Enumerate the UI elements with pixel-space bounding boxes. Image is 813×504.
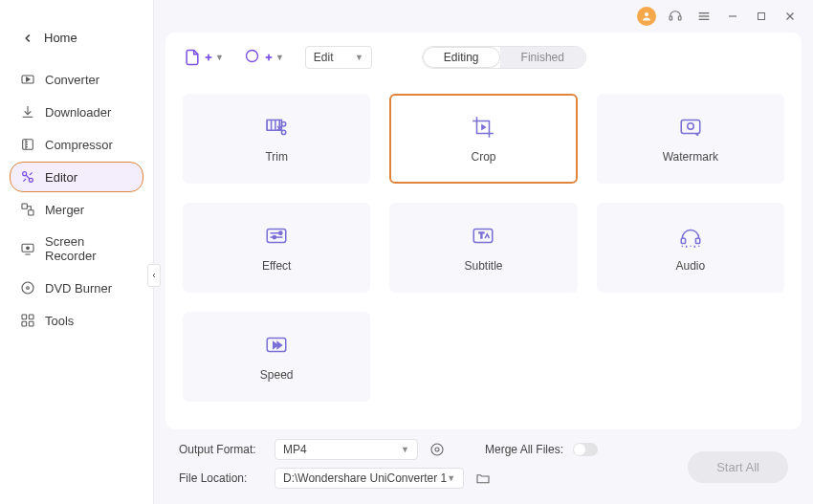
sidebar-item-label: Downloader	[45, 105, 111, 120]
mode-dropdown[interactable]: Edit ▼	[305, 46, 372, 69]
user-avatar-icon[interactable]	[637, 7, 656, 26]
svg-rect-14	[29, 321, 33, 326]
editor-panel: ▼ ▼ Edit ▼ Editing Finished	[165, 33, 802, 429]
svg-marker-52	[277, 342, 281, 349]
editing-finished-toggle: Editing Finished	[422, 46, 586, 69]
tile-audio[interactable]: Audio	[597, 203, 784, 293]
svg-marker-33	[482, 125, 485, 129]
merge-files-toggle[interactable]	[573, 443, 598, 456]
tools-icon	[20, 313, 35, 328]
home-label: Home	[44, 31, 77, 45]
svg-rect-34	[681, 120, 700, 133]
window-titlebar	[154, 0, 813, 27]
sidebar-item-editor[interactable]: Editor	[10, 162, 143, 192]
sidebar-item-screen-recorder[interactable]: Screen Recorder	[10, 227, 143, 271]
converter-icon	[20, 72, 35, 87]
svg-point-8	[27, 247, 30, 250]
add-folder-button[interactable]: ▼	[245, 49, 284, 66]
sidebar-item-label: Screen Recorder	[45, 234, 133, 263]
tile-label: Effect	[262, 259, 291, 273]
dvd-icon	[20, 280, 35, 296]
segment-editing[interactable]: Editing	[423, 47, 500, 68]
sidebar-item-compressor[interactable]: Compressor	[10, 129, 143, 160]
start-all-button[interactable]: Start All	[688, 451, 788, 483]
svg-rect-36	[267, 229, 286, 242]
home-nav[interactable]: Home	[0, 25, 153, 64]
svg-point-15	[645, 12, 648, 16]
svg-rect-44	[695, 238, 699, 243]
sidebar-item-label: Converter	[45, 73, 99, 87]
chevron-down-icon: ▼	[447, 473, 455, 483]
support-icon[interactable]	[666, 7, 685, 26]
sidebar-item-label: Tools	[45, 314, 74, 328]
svg-rect-6	[29, 210, 33, 215]
sidebar-item-label: DVD Burner	[45, 281, 112, 296]
tile-watermark[interactable]: Watermark	[597, 94, 784, 184]
svg-point-27	[246, 51, 257, 62]
menu-icon[interactable]	[694, 7, 714, 26]
tile-label: Crop	[471, 150, 495, 164]
trim-icon	[263, 114, 290, 141]
close-icon[interactable]	[780, 7, 800, 26]
svg-point-10	[27, 287, 30, 290]
collapse-sidebar-handle[interactable]	[147, 264, 161, 287]
svg-rect-17	[678, 16, 681, 20]
svg-rect-16	[670, 16, 672, 20]
sidebar-item-label: Compressor	[45, 138, 113, 152]
svg-rect-12	[29, 315, 33, 319]
segment-finished[interactable]: Finished	[500, 47, 585, 68]
downloader-icon	[20, 104, 35, 120]
subtitle-icon: T	[470, 223, 496, 250]
sidebar-item-merger[interactable]: Merger	[10, 194, 143, 225]
open-folder-button[interactable]	[473, 469, 493, 488]
watermark-icon	[677, 114, 704, 141]
speed-icon	[263, 332, 290, 359]
svg-point-32	[282, 122, 286, 126]
tile-crop[interactable]: Crop	[389, 94, 577, 184]
tile-label: Audio	[675, 259, 705, 273]
sidebar-item-tools[interactable]: Tools	[10, 305, 143, 336]
tile-label: Speed	[260, 368, 294, 382]
svg-rect-5	[22, 204, 27, 208]
svg-rect-26	[206, 56, 212, 58]
svg-point-31	[282, 130, 286, 134]
svg-rect-22	[758, 13, 765, 20]
editor-toolbar: ▼ ▼ Edit ▼ Editing Finished	[183, 46, 784, 69]
tile-label: Trim	[265, 150, 288, 164]
svg-point-53	[435, 448, 439, 451]
sidebar-item-downloader[interactable]: Downloader	[10, 97, 143, 127]
sidebar: Home Converter Downloader Compressor Edi…	[0, 0, 153, 504]
svg-rect-13	[22, 321, 27, 326]
output-format-value: MP4	[283, 443, 307, 456]
tile-subtitle[interactable]: T Subtitle	[389, 203, 577, 293]
tile-label: Subtitle	[464, 259, 502, 273]
chevron-down-icon: ▼	[401, 445, 409, 454]
back-icon	[21, 32, 34, 45]
svg-point-39	[279, 231, 282, 234]
effect-icon	[263, 223, 290, 250]
tile-trim[interactable]: Trim	[183, 94, 370, 184]
main-area: ▼ ▼ Edit ▼ Editing Finished	[153, 0, 813, 504]
svg-rect-11	[22, 315, 27, 319]
sidebar-item-label: Merger	[45, 203, 84, 217]
format-settings-button[interactable]	[428, 440, 447, 459]
compressor-icon	[20, 137, 35, 152]
tile-speed[interactable]: Speed	[183, 312, 370, 402]
chevron-down-icon: ▼	[355, 53, 363, 62]
svg-point-9	[22, 282, 33, 294]
add-file-button[interactable]: ▼	[183, 48, 224, 67]
mode-dropdown-value: Edit	[314, 51, 334, 64]
merger-icon	[20, 202, 35, 217]
svg-rect-29	[266, 56, 273, 58]
sidebar-item-dvd-burner[interactable]: DVD Burner	[10, 273, 143, 303]
file-location-select[interactable]: D:\Wondershare UniConverter 1 ▼	[275, 468, 464, 489]
svg-point-54	[431, 444, 443, 455]
sidebar-item-converter[interactable]: Converter	[10, 64, 143, 95]
output-format-select[interactable]: MP4 ▼	[275, 439, 418, 460]
maximize-icon[interactable]	[752, 7, 771, 26]
merge-files-label: Merge All Files:	[485, 443, 563, 456]
file-location-label: File Location:	[179, 471, 265, 485]
audio-icon	[677, 223, 704, 250]
minimize-icon[interactable]	[723, 7, 742, 26]
tile-effect[interactable]: Effect	[183, 203, 370, 293]
